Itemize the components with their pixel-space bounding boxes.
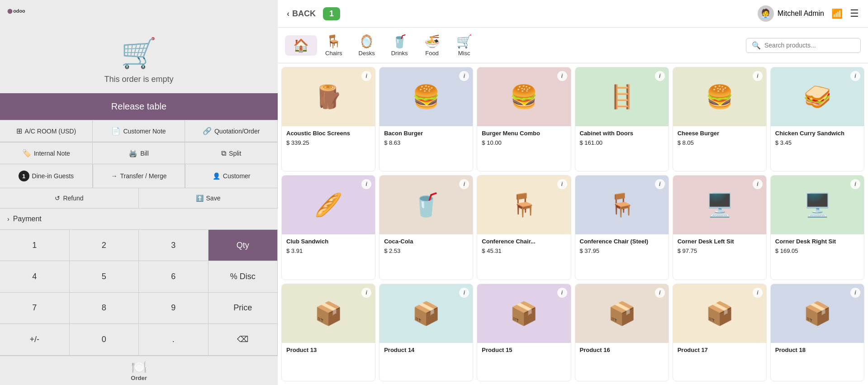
product-card[interactable]: 📦 i Product 18 bbox=[770, 284, 864, 381]
product-price: $ 37.95 bbox=[580, 247, 664, 254]
product-name: Burger Menu Combo bbox=[482, 130, 566, 138]
product-price: $ 3.45 bbox=[775, 139, 859, 146]
product-card[interactable]: 🪑 i Conference Chair (Steel) $ 37.95 bbox=[575, 175, 669, 280]
product-image: 📦 bbox=[575, 284, 669, 343]
dine-in-guests-button[interactable]: 1 Dine-in Guests bbox=[0, 164, 93, 188]
category-chairs[interactable]: 🪑Chairs bbox=[317, 31, 351, 59]
desks-label: Desks bbox=[359, 50, 375, 57]
info-badge[interactable]: i bbox=[459, 288, 469, 298]
numpad-key-price[interactable]: Price bbox=[209, 293, 278, 324]
empty-cart-area: 🛒 This order is empty bbox=[0, 23, 278, 93]
refund-button[interactable]: ↺ Refund bbox=[0, 188, 139, 208]
category-desks[interactable]: 🪞Desks bbox=[351, 31, 383, 59]
search-input[interactable] bbox=[764, 42, 855, 49]
numpad-key-4[interactable]: 4 bbox=[0, 261, 70, 292]
category-food[interactable]: 🍜Food bbox=[416, 31, 448, 59]
customer-note-button[interactable]: 📄 Customer Note bbox=[93, 120, 185, 142]
product-name: Product 15 bbox=[482, 347, 566, 354]
product-name: Conference Chair... bbox=[482, 238, 566, 246]
product-card[interactable]: 🥖 i Club Sandwich $ 3.91 bbox=[281, 175, 375, 280]
numpad-key-disc[interactable]: % Disc bbox=[209, 261, 278, 292]
numpad-key-9[interactable]: 9 bbox=[139, 293, 209, 324]
info-badge[interactable]: i bbox=[655, 288, 665, 298]
product-info: Corner Desk Right Sit $ 169.05 bbox=[771, 234, 864, 259]
info-badge[interactable]: i bbox=[753, 179, 763, 189]
product-info: Corner Desk Left Sit $ 97.75 bbox=[673, 234, 766, 259]
bill-button[interactable]: 🖨️ Bill bbox=[93, 143, 185, 164]
product-info: Product 14 bbox=[379, 343, 473, 361]
product-card[interactable]: 📦 i Product 14 bbox=[379, 284, 473, 381]
product-info: Chicken Curry Sandwich $ 3.45 bbox=[771, 126, 864, 151]
product-card[interactable]: 📦 i Product 13 bbox=[281, 284, 375, 381]
info-badge[interactable]: i bbox=[557, 71, 567, 81]
numpad-key-1[interactable]: 1 bbox=[0, 230, 70, 261]
product-price: $ 8.05 bbox=[678, 139, 762, 146]
product-price: $ 3.91 bbox=[286, 247, 370, 254]
numpad-key-[interactable]: . bbox=[139, 324, 209, 356]
internal-note-button[interactable]: 🏷️ Internal Note bbox=[0, 143, 93, 164]
info-badge[interactable]: i bbox=[557, 288, 567, 298]
info-badge[interactable]: i bbox=[753, 288, 763, 298]
product-card[interactable]: 📦 i Product 17 bbox=[673, 284, 767, 381]
product-image: 🍔 bbox=[673, 67, 766, 126]
info-badge[interactable]: i bbox=[557, 179, 567, 189]
numpad-key-5[interactable]: 5 bbox=[70, 261, 139, 292]
split-button[interactable]: ⧉ Split bbox=[185, 143, 278, 164]
product-card[interactable]: 🥪 i Chicken Curry Sandwich $ 3.45 bbox=[770, 67, 864, 171]
category-bar: 🏠🪑Chairs🪞Desks🥤Drinks🍜Food🛒Misc🔍 bbox=[278, 28, 868, 63]
category-drinks[interactable]: 🥤Drinks bbox=[383, 31, 416, 59]
numpad-key-3[interactable]: 3 bbox=[139, 230, 209, 261]
product-card[interactable]: 🪵 i Acoustic Bloc Screens $ 339.25 bbox=[281, 67, 375, 171]
product-card[interactable]: 📦 i Product 15 bbox=[477, 284, 571, 381]
drinks-icon: 🥤 bbox=[392, 34, 408, 49]
product-info: Acoustic Bloc Screens $ 339.25 bbox=[282, 126, 375, 151]
info-badge[interactable]: i bbox=[361, 288, 371, 298]
product-card[interactable]: 🖥️ i Corner Desk Right Sit $ 169.05 bbox=[770, 175, 864, 280]
numpad-key-2[interactable]: 2 bbox=[70, 230, 139, 261]
product-info: Cabinet with Doors $ 161.00 bbox=[575, 126, 669, 151]
customer-button[interactable]: 👤 Customer bbox=[185, 164, 278, 188]
product-card[interactable]: 🍔 i Burger Menu Combo $ 10.00 bbox=[477, 67, 571, 171]
top-bar: ‹ BACK 1 🧑‍💼 Mitchell Admin 📶 ☰ bbox=[278, 0, 868, 28]
order-tab[interactable]: 🍽️ Order bbox=[0, 356, 278, 385]
print-icon: 🖨️ bbox=[128, 149, 138, 157]
numpad-key-7[interactable]: 7 bbox=[0, 293, 70, 324]
product-info: Product 18 bbox=[771, 343, 864, 361]
product-card[interactable]: 🪜 i Cabinet with Doors $ 161.00 bbox=[575, 67, 669, 171]
product-card[interactable]: 🍔 i Bacon Burger $ 8.63 bbox=[379, 67, 473, 171]
release-table-button[interactable]: Release table bbox=[0, 93, 278, 120]
info-badge[interactable]: i bbox=[753, 71, 763, 81]
quotation-order-button[interactable]: 🔗 Quotation/Order bbox=[185, 120, 278, 142]
info-badge[interactable]: i bbox=[655, 71, 665, 81]
product-card[interactable]: 🪑 i Conference Chair... $ 45.31 bbox=[477, 175, 571, 280]
chevron-right-icon: › bbox=[7, 215, 9, 223]
product-card[interactable]: 📦 i Product 16 bbox=[575, 284, 669, 381]
hamburger-menu-icon[interactable]: ☰ bbox=[850, 8, 859, 19]
refund-icon: ↺ bbox=[55, 195, 60, 202]
info-badge[interactable]: i bbox=[850, 288, 860, 298]
numpad-key-qty[interactable]: Qty bbox=[209, 230, 278, 261]
numpad-key-0[interactable]: 0 bbox=[70, 324, 139, 356]
transfer-merge-button[interactable]: → Transfer / Merge bbox=[93, 164, 185, 188]
info-badge[interactable]: i bbox=[655, 179, 665, 189]
category-home[interactable]: 🏠 bbox=[285, 35, 317, 56]
category-misc[interactable]: 🛒Misc bbox=[448, 31, 480, 59]
info-badge[interactable]: i bbox=[850, 71, 860, 81]
save-button[interactable]: ⬆️ Save bbox=[139, 188, 278, 208]
numpad-key-[interactable]: ⌫ bbox=[209, 324, 278, 356]
product-card[interactable]: 🖥️ i Corner Desk Left Sit $ 97.75 bbox=[673, 175, 767, 280]
back-button[interactable]: ‹ BACK bbox=[287, 9, 316, 19]
product-image: 🪑 bbox=[477, 176, 570, 234]
product-card[interactable]: 🍔 i Cheese Burger $ 8.05 bbox=[673, 67, 767, 171]
dine-in-count: 1 bbox=[19, 171, 29, 181]
numpad-key-8[interactable]: 8 bbox=[70, 293, 139, 324]
numpad-key-6[interactable]: 6 bbox=[139, 261, 209, 292]
info-badge[interactable]: i bbox=[361, 71, 371, 81]
product-price: $ 8.63 bbox=[384, 139, 468, 146]
product-price: $ 97.75 bbox=[678, 247, 762, 254]
payment-button[interactable]: › Payment bbox=[0, 209, 278, 229]
numpad-key-[interactable]: +/- bbox=[0, 324, 70, 356]
ac-room-button[interactable]: ⊞ A/C ROOM (USD) bbox=[0, 120, 93, 142]
product-info: Product 16 bbox=[575, 343, 669, 361]
product-card[interactable]: 🥤 i Coca-Cola $ 2.53 bbox=[379, 175, 473, 280]
